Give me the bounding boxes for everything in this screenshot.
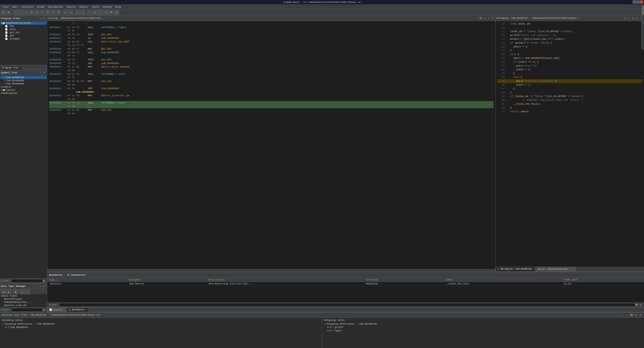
asm-row-6[interactable]: 0040083b e8 bd fe CALL FUN_004006fd xyxy=(49,51,494,54)
asm-row-4[interactable]: 00400831 48 8d 85 LEA RAX=>local_118,[RB… xyxy=(49,40,494,43)
decompiler-refresh-btn[interactable]: ↺ xyxy=(623,17,627,20)
asm-row-12[interactable]: 00400853 eb 16 JMP LAB_0040086b xyxy=(49,87,494,90)
toolbar-btn8[interactable]: V xyxy=(51,10,56,15)
decompiler-menu-btn[interactable]: ≡ xyxy=(636,17,639,20)
dtm-filter-input[interactable] xyxy=(11,308,42,312)
fct-back-btn[interactable]: ← xyxy=(620,313,624,317)
listing-menu-btn[interactable]: ≡ xyxy=(487,17,490,20)
fct-layout-btn[interactable]: ⊡ xyxy=(634,313,638,317)
asm-row-10[interactable]: 00400849 e8 52 fd CALL <EXTERNAL>::puts xyxy=(49,72,494,76)
dtm-menu-btn[interactable]: ≡ xyxy=(38,284,42,288)
asm-row-11[interactable]: 0040084e b8 00 00 00 MOV EAX,0x0 xyxy=(49,79,494,83)
tree-item-got[interactable]: 📄 .got xyxy=(0,34,46,37)
dtm-filter-apply[interactable]: ▶ xyxy=(42,308,46,312)
close-button[interactable]: ✕ xyxy=(640,0,643,3)
decompiler-layout-btn[interactable]: ⊡ xyxy=(632,17,635,20)
asm-row-14[interactable]: 0040085a e8 41 fd CALL <EXTERNAL>::puts xyxy=(49,101,494,105)
toolbar-misc[interactable]: ⊞ xyxy=(114,10,119,15)
dtm-generic[interactable]: generic_clib_64 xyxy=(0,304,46,307)
symbol-tree-filter-input[interactable] xyxy=(11,279,42,283)
toolbar-btn9[interactable]: B xyxy=(56,10,61,15)
tree-item-got-plt[interactable]: 📄 .got.plt xyxy=(0,31,46,34)
listing-horizontal-scrollbar[interactable] xyxy=(47,269,495,272)
asm-row-11b[interactable]: 00 00 xyxy=(49,83,494,87)
asm-row-1b[interactable]: ff ff xyxy=(49,29,494,33)
asm-row-9b[interactable]: 40 00 xyxy=(49,69,494,72)
symbol-fun-00400900[interactable]: f FUN_00400900 xyxy=(0,82,46,85)
bookmarks-filter-search[interactable]: 🔍 xyxy=(635,303,638,307)
asm-row-2[interactable]: 0040082c 48 85 c0 TEST RAX,RAX xyxy=(49,33,494,36)
maximize-button[interactable]: □ xyxy=(636,0,640,3)
fct-outgoing-fgets[interactable]: ► ⊞ f fgets xyxy=(324,329,642,332)
bookmarks-tab-close[interactable]: ✕ xyxy=(85,309,86,311)
listing-content[interactable]: ┌─── - - - ┐ 00400827 e1 b4 fd CALL <EXT… xyxy=(47,21,495,269)
toolbar-btn6[interactable]: L xyxy=(40,10,45,15)
menu-tools[interactable]: Tools xyxy=(90,5,101,9)
toolbar-back[interactable]: ◄ xyxy=(1,10,6,15)
fct-outgoing-ref-item[interactable]: f Outgoing References - FUN_004007e8 xyxy=(324,322,642,326)
program-trees-new-btn[interactable]: + xyxy=(38,17,42,20)
program-trees-delete-btn[interactable]: ✕ xyxy=(42,17,46,20)
bookmarks-filter-input[interactable] xyxy=(59,303,635,307)
decompile-tab-close[interactable]: ✕ xyxy=(532,268,534,270)
symbol-fun-004007e8[interactable]: f FUN_004007e8 xyxy=(0,76,46,79)
console-tab-close[interactable]: ✕ xyxy=(63,309,64,311)
dtm-delete[interactable]: ✕ xyxy=(25,289,30,294)
bytes-tab-close[interactable]: ✕ xyxy=(572,268,574,271)
toolbar-import[interactable]: ⊗ xyxy=(68,10,73,15)
asm-row-15b[interactable]: 00 00 xyxy=(49,112,494,115)
tree-item-bss[interactable]: 📄 .bss xyxy=(0,25,46,28)
symbol-fun-00400890[interactable]: f FUN_00400890 xyxy=(0,79,46,82)
asm-row-13[interactable]: 00400855 bf 52 09 MOV EDI=>s_Incorrect_p… xyxy=(49,94,494,97)
dtm-forward[interactable]: ► xyxy=(6,289,11,294)
sort-icon-type[interactable]: ⇅ xyxy=(56,279,58,281)
toolbar-btn4[interactable]: D xyxy=(29,10,34,15)
tab-bytes[interactable]: Bytes: 43ba593623a7434... ✕ xyxy=(536,267,576,271)
toolbar-camera[interactable]: 📷 xyxy=(109,10,114,15)
fct-home-btn[interactable]: ⌂ xyxy=(616,313,620,317)
asm-row-15[interactable]: 0040085f b8 01 00 MOV EAX,0x1 xyxy=(49,108,494,112)
symbol-tree-close-btn[interactable]: ✕ xyxy=(42,71,46,75)
menu-select[interactable]: Select xyxy=(77,5,90,9)
bm-row-1[interactable]: Analysis Non-Return Non-Returning Functi… xyxy=(47,282,644,286)
minimize-button[interactable]: — xyxy=(633,0,636,3)
menu-edit[interactable]: Edit xyxy=(10,5,20,9)
menu-window[interactable]: Window xyxy=(101,5,114,9)
asm-row-6b[interactable]: ff ff xyxy=(49,54,494,58)
dtm-builtintypes[interactable]: BuiltInTypes xyxy=(0,298,46,301)
dtm-sort[interactable]: ⊞ xyxy=(13,289,18,294)
toolbar-btn1[interactable]: □ xyxy=(13,10,18,15)
tab-bookmarks[interactable]: 🔖 Bookmarks ✕ xyxy=(66,308,88,312)
tab-decompile-fun[interactable]: ⚙ Decompile: FUN_004007e8 ✕ xyxy=(496,267,536,271)
dtm-close-btn[interactable]: ✕ xyxy=(42,284,46,288)
symbol-labels[interactable]: ► Labels xyxy=(0,85,46,88)
decompiler-content[interactable]: 10 long local_10; 11 12 local_10 = *(lon… xyxy=(496,21,644,267)
toolbar-btn2[interactable]: □ xyxy=(18,10,24,15)
fct-incoming-fun610[interactable]: ⊞ f FUN_00400610 xyxy=(2,326,320,329)
symbol-classes[interactable]: ► 📁 Classes xyxy=(0,88,46,92)
asm-row-9[interactable]: 00400844 bf 4c 09 MOV EDI=>s_Nice!_00400… xyxy=(49,65,494,69)
tree-item-data[interactable]: 📄 .data xyxy=(0,28,46,31)
asm-row-7[interactable]: 00400840 85 c0 TEST EAX,EAX xyxy=(49,58,494,61)
decompiler-delete-btn[interactable]: ✕ xyxy=(627,17,631,20)
asm-row-4b[interactable]: f0 fe ff ff xyxy=(49,43,494,47)
asm-row-5[interactable]: 00400838 48 89 c7 MOV RDI,RAX xyxy=(49,47,494,51)
fct-outgoing-printf[interactable]: ► ⊞ f printf xyxy=(324,326,642,329)
menu-search[interactable]: Search xyxy=(65,5,78,9)
menu-navigation[interactable]: Navigation xyxy=(46,5,65,9)
asm-row-10b[interactable]: ff ff xyxy=(49,76,494,79)
listing-close-btn[interactable]: ✕ xyxy=(491,17,494,20)
tab-program-tree[interactable]: Program Tree ✕ xyxy=(0,66,22,70)
asm-row-8[interactable]: 00400842 75 11 JNZ LAB_00400855 xyxy=(49,61,494,65)
toolbar-btn3[interactable]: ↑ xyxy=(24,10,29,15)
fct-incoming-ref-item[interactable]: f Incoming References - FUN_004007e8 xyxy=(2,322,320,326)
menu-analysis[interactable]: Analysis xyxy=(20,5,36,9)
bookmarks-filter-options[interactable]: ⊞ xyxy=(638,303,642,307)
toolbar-btn5[interactable]: U xyxy=(35,10,40,15)
asm-row-3[interactable]: 0040082f 74 35 JZ LAB_00400866 xyxy=(49,36,494,40)
toolbar-redo[interactable]: ↪ xyxy=(80,10,86,15)
fct-forward-btn[interactable]: → xyxy=(625,313,629,317)
dtm-datatypes[interactable]: ► Data Types xyxy=(0,294,46,298)
tree-item-dynamic[interactable]: 📄 .dynamic xyxy=(0,37,46,40)
toolbar-settings[interactable]: ⚙ xyxy=(104,10,108,15)
